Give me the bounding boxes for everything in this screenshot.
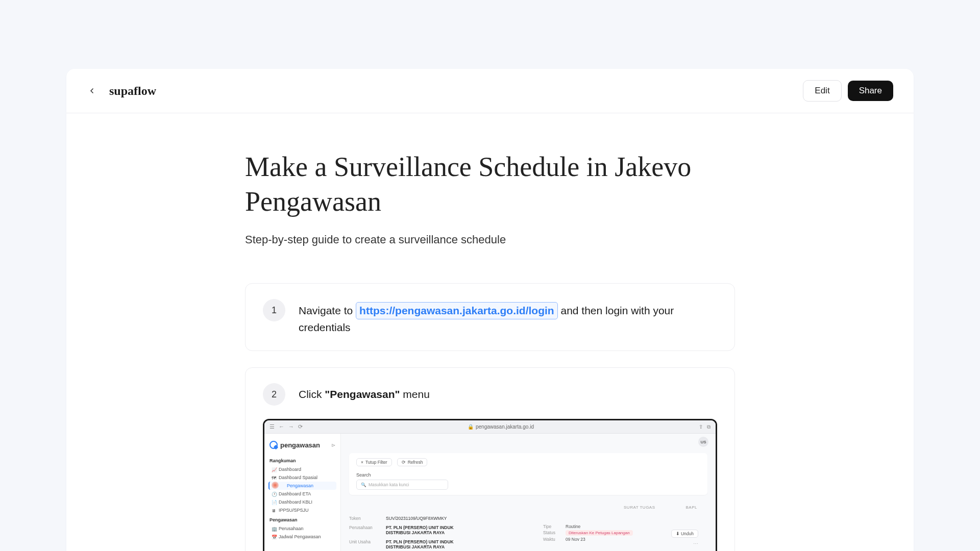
embedded-sidebar: pengawasan ⊳ Rangkuman 📈Dashboard 🗺Dashb… [264,434,341,551]
embedded-screenshot: ☰ ← → ⟳ 🔒 pengawasan.jakarta.go.id ⇪ [263,419,717,551]
back-icon[interactable] [87,86,97,96]
col-header: BAPL [686,505,697,510]
filter-toggle: ×Tutup Filter [356,458,392,466]
sidebar-item-pengawasan: Pengawasan [268,482,336,490]
lock-icon: 🔒 [468,424,474,430]
building-icon: 🏢 [272,527,276,531]
step-number: 1 [263,299,285,321]
eye-icon [280,484,284,488]
search-icon: 🔍 [361,482,366,487]
chart-icon: 📈 [272,467,276,471]
info-mid: TipeRoutine StatusDiteruskan Ke Petugas … [543,523,633,542]
download-icon: ⬇ [676,531,680,536]
step-text-before: Click [299,388,325,400]
step-text-bold: "Pengawasan" [325,388,400,400]
url-text: pengawasan.jakarta.go.id [476,424,534,430]
edit-button[interactable]: Edit [803,80,841,102]
refresh-button: ⟳Refresh [397,458,428,466]
page-title: Make a Surveillance Schedule in Jakevo P… [245,150,735,219]
sidebar-item-kbli: 📄Dashboard KBLI [268,498,336,506]
search-label: Search [356,472,700,478]
forward-nav-icon: → [288,423,294,430]
share-button[interactable]: Share [848,81,893,101]
avatar: US [698,437,708,447]
page-subtitle: Step-by-step guide to create a surveilla… [245,233,735,246]
step-text: Navigate to https://pengawasan.jakarta.g… [299,299,717,335]
step-text: Click "Pengawasan" menu [299,383,430,403]
header-left: supaflow [87,84,156,98]
header-right: Edit Share [803,80,893,102]
step-text-after: menu [403,388,430,400]
sidebar-item-dashboard: 📈Dashboard [268,465,336,473]
logo-mark-icon [270,441,278,449]
reload-icon: ⟳ [402,460,406,465]
embedded-logo: pengawasan ⊳ [268,439,336,455]
filter-panel: ×Tutup Filter ⟳Refresh Search 🔍Masukkan … [349,453,707,495]
search-input: 🔍Masukkan kata kunci [356,480,448,490]
map-icon: 🗺 [272,475,276,480]
sidebar-section: Pengawasan [268,514,336,524]
brand-logo[interactable]: supaflow [109,84,156,98]
url-bar: 🔒 pengawasan.jakarta.go.id [308,423,694,431]
doc-icon: 📄 [272,500,276,504]
step-card-2: 2 Click "Pengawasan" menu ☰ [245,367,735,551]
table-row: TokenSUV/20231109/UQ9F8XWMKY [349,514,707,523]
sidebar-item-perusahaan: 🏢Perusahaan [268,524,336,533]
logo-text: pengawasan [280,441,320,449]
clock-icon: 🕐 [272,492,276,496]
monitor-icon: 🖥 [272,508,276,512]
calendar-icon: 📅 [272,535,276,539]
step-text-before: Navigate to [299,305,356,316]
content: Make a Surveillance Schedule in Jakevo P… [66,113,914,551]
table-row: PerusahaanPT. PLN (PERSERO) UNIT INDUK D… [349,523,707,537]
app-header: supaflow Edit Share [66,69,914,113]
sidebar-item-spasial: 🗺Dashboard Spasial [268,473,336,482]
step-number: 2 [263,383,285,406]
browser-bar: ☰ ← → ⟳ 🔒 pengawasan.jakarta.go.id ⇪ [264,420,716,434]
col-header: SURAT TUGAS [624,505,655,510]
reload-icon: ⟳ [298,423,303,430]
step-card-1: 1 Navigate to https://pengawasan.jakarta… [245,283,735,351]
tabs-icon: ⧉ [707,424,710,430]
more-icon: ⋯ [693,541,698,546]
sidebar-item-jadwal: 📅Jadwal Pengawasan [268,533,336,541]
sidebar-item-ippsu: 🖥IPPSU/SPSJU [268,506,336,514]
download-button: ⬇ Unduh [671,530,698,538]
collapse-icon: ⊳ [331,442,335,448]
sidebar-item-eta: 🕐Dashboard ETA [268,490,336,498]
close-icon: × [361,460,363,465]
click-highlight-icon [272,482,279,489]
table-row: Unit UsahaPT. PLN (PERSERO) UNIT INDUK D… [349,537,707,551]
status-badge: Diteruskan Ke Petugas Lapangan [566,530,633,536]
share-icon: ⇪ [699,424,703,430]
step-link[interactable]: https://pengawasan.jakarta.go.id/login [356,302,558,319]
embedded-main: US ×Tutup Filter ⟳Refresh Search 🔍Masukk… [341,434,716,551]
sidebar-section: Rangkuman [268,455,336,465]
back-nav-icon: ← [279,423,284,430]
data-table: SURAT TUGAS BAPL TokenSUV/20231109/UQ9F8… [349,505,707,551]
sidebar-toggle-icon: ☰ [270,423,275,430]
